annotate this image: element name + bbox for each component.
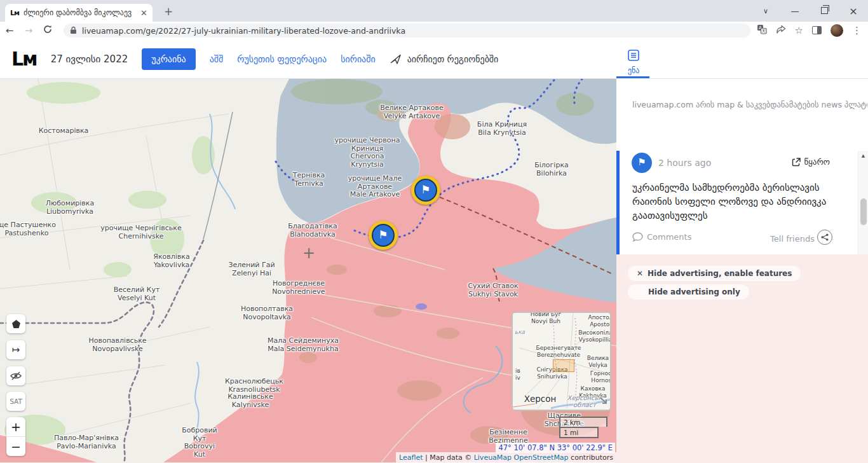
news-source-link[interactable]: წყარო — [792, 157, 830, 167]
scrollbar-thumb[interactable] — [860, 198, 867, 225]
side-panel-icon[interactable] — [812, 25, 822, 37]
forward-icon[interactable]: → — [19, 25, 38, 36]
zoom-in-button[interactable]: + — [6, 417, 25, 437]
new-tab-button[interactable]: + — [160, 4, 177, 20]
reload-icon[interactable] — [38, 25, 57, 36]
map-label-ternivka: ТернівкаTernivka — [293, 172, 325, 188]
arrow-bar-icon: ↦ — [12, 344, 20, 356]
address-bar[interactable]: liveuamap.com/ge/2022/27-july-ukrainian-… — [64, 24, 750, 38]
external-link-icon — [792, 158, 801, 167]
map-label-kalynivske: КалинівськеKalynivske — [227, 393, 273, 409]
map-label: Херсонськобласт — [567, 395, 602, 408]
browser-tab[interactable]: Lм ძლიერი დაბომბვა მიკოლაევ ✕ — [5, 4, 153, 22]
nav-syria-link[interactable]: სირიაში — [341, 54, 376, 64]
menu-kebab-icon[interactable]: ⋮ — [852, 25, 862, 36]
map-canvas[interactable]: КостомарівкаЛюбомирівкаLiubomyrivkaще Па… — [0, 79, 616, 463]
tab-strip: Lм ძლიერი დაბომბვა მიკოლაევ ✕ + ∨ — × — [0, 0, 868, 22]
map-label: Новий БугNovyi Buh — [531, 312, 561, 324]
browser-toolbar: ← → liveuamap.com/ge/2022/27-july-ukrain… — [0, 22, 868, 39]
map-label-pastushenko: ще ПастушенкоPastushenko — [0, 221, 56, 237]
feed-scrollbar[interactable]: ▲ — [858, 151, 868, 254]
site-description: liveuamap.com არის map & საკვებდანამატებ… — [632, 100, 867, 109]
tab-active-underline — [616, 76, 649, 78]
zoom-out-button[interactable]: − — [6, 437, 25, 456]
share-button[interactable] — [817, 230, 832, 245]
scale-km: 2 km — [559, 417, 607, 427]
browser-window: Lм ძლიერი დაბომბვა მიკოლაევ ✕ + ∨ — × ← … — [0, 0, 868, 463]
map-label-blahodativka: БлагодатівкаBlahodativka — [288, 223, 337, 238]
tab-close-icon[interactable]: ✕ — [140, 8, 147, 18]
minimap[interactable]: Новий БугNovyi BuhАпостолApostolВисокопі… — [512, 312, 611, 411]
news-item-active-bar — [616, 151, 620, 254]
select-regions-control[interactable]: აირჩიეთ რეგიონებში — [390, 53, 499, 66]
lock-icon[interactable] — [70, 25, 77, 37]
navigation-arrow-icon — [390, 53, 402, 66]
news-item[interactable]: ⚑ 2 hours ago წყარო უკრაინელმა სამხედროე… — [616, 151, 858, 254]
measure-button[interactable]: ↦ — [6, 340, 25, 359]
map-label: АпостолApostol — [588, 314, 612, 328]
draw-polygon-button[interactable] — [6, 314, 25, 333]
osm-link[interactable]: OpenStreetMap — [514, 453, 569, 462]
profile-avatar[interactable] — [831, 24, 843, 37]
liberated-flag-marker[interactable]: ⚑ — [411, 176, 440, 205]
share-icon[interactable] — [776, 24, 786, 37]
comments-link[interactable]: Comments — [632, 232, 691, 242]
map-label-pavlo-marianivka: Павло-Мар'янівкаPavlo-Marianivka — [54, 434, 119, 450]
hide-ads-enable-features-button[interactable]: ✕ Hide advertising, enable features — [628, 266, 801, 281]
minimap-collapse-icon[interactable] — [599, 396, 608, 408]
url-text: liveuamap.com/ge/2022/27-july-ukrainian-… — [82, 26, 405, 36]
liveuamap-favicon-icon: Lм — [10, 9, 19, 17]
bookmark-star-icon[interactable]: ☆ — [795, 25, 803, 36]
nav-ukraine-button[interactable]: უკრაინა — [142, 48, 195, 70]
map-label-bilohirka: БілогіркаBilohirka — [534, 162, 569, 177]
satellite-toggle-button[interactable]: SAT — [6, 392, 25, 411]
map-label-kostomarivka: Костомарівка — [39, 127, 89, 135]
map-label-bobrovyi-kut: БобровийКутBobrovyiKut — [182, 427, 217, 459]
flag-icon: ⚑ — [414, 179, 437, 202]
map-label-liubomyrivka: ЛюбомирівкаLiubomyrivka — [46, 200, 94, 216]
window-minimize-icon[interactable]: — — [780, 6, 810, 16]
share-nodes-icon — [821, 233, 829, 241]
translate-icon[interactable]: A — [757, 24, 767, 37]
zoom-control: + − — [6, 417, 25, 456]
tab-news-feed[interactable]: ენა — [628, 50, 666, 75]
map-label: ВеликаVelyka — [587, 355, 609, 368]
window-restore-icon[interactable] — [810, 6, 839, 16]
flag-icon: ⚑ — [372, 224, 395, 247]
news-list-icon — [628, 50, 639, 61]
window-close-icon[interactable]: × — [839, 5, 868, 17]
map-label: Херсон — [524, 394, 557, 403]
hide-ads-only-button[interactable]: Hide advertising only — [628, 284, 749, 300]
liveuamap-link[interactable]: LiveuaMap — [474, 453, 512, 462]
tell-friends-label: Tell friends — [770, 234, 815, 244]
map-label: БерезнегуватеBereznehuvate — [536, 345, 581, 358]
scroll-up-icon[interactable]: ▲ — [858, 153, 868, 158]
liveuamap-logo[interactable]: Lм — [11, 48, 37, 70]
hide-layers-button[interactable] — [6, 366, 25, 385]
nav-usa-link[interactable]: აშშ — [210, 54, 224, 64]
site-header: Lм 27 ივლისი 2022 უკრაინა აშშ რუსეთის ფე… — [0, 39, 868, 79]
tab-news-label: ენა — [628, 66, 666, 75]
map-label-novopavlivske: НовопавлівськеNovopavlivske — [88, 337, 146, 353]
map-label-chervona-krynytsia: урочище ЧервонаКриницяChervonaKrynytsia — [335, 137, 400, 169]
back-icon[interactable]: ← — [0, 25, 19, 36]
map-label: ВисокопіллVysokopillia — [578, 329, 611, 343]
news-body-text: უკრაინელმა სამხედროებმა ბერისლავის რაიონ… — [632, 181, 843, 223]
map-label-novohrednieve: НовогреднєвеNovohrednieve — [272, 280, 325, 296]
news-flag-avatar: ⚑ — [632, 153, 652, 173]
eye-off-icon — [10, 371, 22, 380]
map-label-velyke-artakove: Велике АртаковеVelyke Artakove — [380, 104, 444, 120]
liberated-flag-marker[interactable]: ⚑ — [369, 221, 398, 250]
comment-bubble-icon — [632, 232, 643, 242]
minimap-viewport-rect — [553, 359, 574, 372]
map-label-veselyi-kut: Веселий КутVeselyi Kut — [114, 286, 160, 302]
map-label: ька — [515, 329, 525, 336]
tab-title: ძლიერი დაბომბვა მიკოლაევ — [24, 8, 137, 17]
ad-panel: ✕ Hide advertising, enable features Hide… — [616, 254, 868, 463]
tab-search-icon[interactable]: ∨ — [751, 7, 780, 15]
nav-russia-link[interactable]: რუსეთის ფედერაცია — [237, 54, 327, 64]
leaflet-link[interactable]: Leaflet — [399, 453, 423, 462]
map-label: івiv — [515, 368, 520, 381]
map-label-krasnoliubetsk: КраснолюбецькKrasnoliubetsk — [225, 378, 283, 394]
mouse-coordinates: 47° 10' 07.8" N 33° 00' 22.9" E — [496, 443, 615, 453]
